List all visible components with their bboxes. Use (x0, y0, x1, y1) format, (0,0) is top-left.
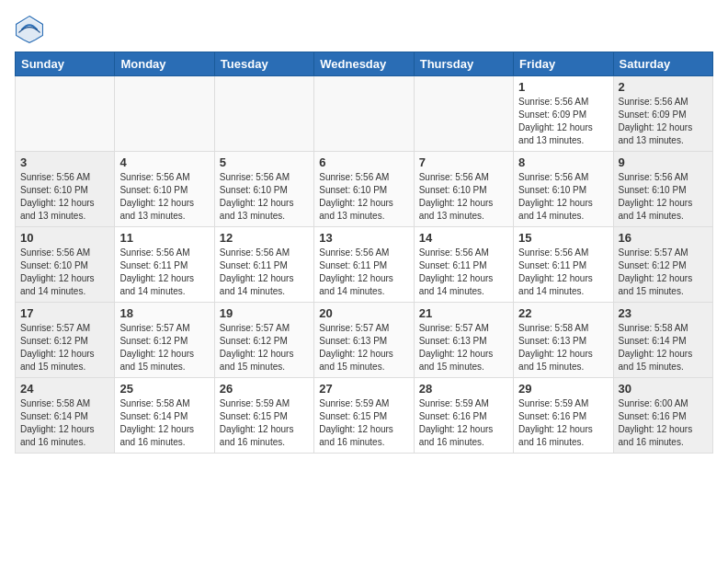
day-number: 29 (518, 382, 608, 396)
col-header-sunday: Sunday (16, 52, 115, 76)
calendar-cell: 22Sunrise: 5:58 AM Sunset: 6:13 PM Dayli… (514, 303, 613, 378)
calendar-cell: 9Sunrise: 5:56 AM Sunset: 6:10 PM Daylig… (613, 152, 712, 227)
calendar-cell: 2Sunrise: 5:56 AM Sunset: 6:09 PM Daylig… (613, 76, 712, 152)
day-number: 14 (419, 231, 508, 245)
calendar-cell: 27Sunrise: 5:59 AM Sunset: 6:15 PM Dayli… (314, 378, 414, 454)
day-info: Sunrise: 5:56 AM Sunset: 6:11 PM Dayligh… (119, 247, 209, 298)
day-number: 30 (619, 382, 708, 396)
day-number: 5 (220, 155, 309, 169)
calendar-cell: 14Sunrise: 5:56 AM Sunset: 6:11 PM Dayli… (414, 227, 513, 303)
day-info: Sunrise: 5:57 AM Sunset: 6:13 PM Dayligh… (319, 322, 408, 373)
col-header-friday: Friday (514, 52, 613, 76)
day-number: 13 (319, 231, 408, 245)
day-info: Sunrise: 5:57 AM Sunset: 6:12 PM Dayligh… (220, 322, 309, 373)
day-number: 20 (319, 306, 408, 320)
calendar-cell (16, 76, 115, 152)
col-header-monday: Monday (115, 52, 214, 76)
calendar-cell: 11Sunrise: 5:56 AM Sunset: 6:11 PM Dayli… (115, 227, 214, 303)
day-number: 7 (419, 155, 508, 169)
day-info: Sunrise: 5:56 AM Sunset: 6:10 PM Dayligh… (20, 247, 109, 298)
calendar-week-3: 10Sunrise: 5:56 AM Sunset: 6:10 PM Dayli… (16, 227, 713, 303)
day-number: 25 (119, 382, 209, 396)
calendar-cell: 21Sunrise: 5:57 AM Sunset: 6:13 PM Dayli… (414, 303, 513, 378)
day-info: Sunrise: 5:56 AM Sunset: 6:10 PM Dayligh… (518, 171, 608, 223)
day-number: 3 (20, 155, 109, 169)
page-header (15, 15, 713, 44)
calendar-cell (414, 76, 513, 152)
day-number: 1 (518, 80, 608, 94)
day-info: Sunrise: 5:56 AM Sunset: 6:10 PM Dayligh… (119, 171, 209, 223)
day-info: Sunrise: 5:56 AM Sunset: 6:10 PM Dayligh… (20, 171, 109, 223)
day-info: Sunrise: 5:58 AM Sunset: 6:14 PM Dayligh… (20, 397, 109, 449)
calendar-cell: 20Sunrise: 5:57 AM Sunset: 6:13 PM Dayli… (314, 303, 414, 378)
calendar-cell: 26Sunrise: 5:59 AM Sunset: 6:15 PM Dayli… (214, 378, 313, 454)
calendar-cell: 8Sunrise: 5:56 AM Sunset: 6:10 PM Daylig… (514, 152, 613, 227)
day-info: Sunrise: 5:56 AM Sunset: 6:10 PM Dayligh… (419, 171, 508, 223)
day-info: Sunrise: 5:59 AM Sunset: 6:15 PM Dayligh… (220, 397, 309, 449)
day-number: 11 (119, 231, 209, 245)
day-number: 15 (518, 231, 608, 245)
day-info: Sunrise: 5:59 AM Sunset: 6:15 PM Dayligh… (319, 397, 408, 449)
day-info: Sunrise: 5:59 AM Sunset: 6:16 PM Dayligh… (518, 397, 608, 449)
day-number: 6 (319, 155, 408, 169)
day-number: 23 (619, 306, 708, 320)
day-info: Sunrise: 5:57 AM Sunset: 6:12 PM Dayligh… (119, 322, 209, 373)
calendar-cell: 23Sunrise: 5:58 AM Sunset: 6:14 PM Dayli… (613, 303, 712, 378)
calendar-cell: 18Sunrise: 5:57 AM Sunset: 6:12 PM Dayli… (115, 303, 214, 378)
day-number: 24 (20, 382, 109, 396)
calendar-cell: 10Sunrise: 5:56 AM Sunset: 6:10 PM Dayli… (16, 227, 115, 303)
day-info: Sunrise: 5:56 AM Sunset: 6:10 PM Dayligh… (619, 171, 708, 223)
calendar-table: SundayMondayTuesdayWednesdayThursdayFrid… (15, 52, 713, 454)
day-info: Sunrise: 5:56 AM Sunset: 6:11 PM Dayligh… (518, 247, 608, 298)
logo (15, 15, 48, 44)
col-header-thursday: Thursday (414, 52, 513, 76)
day-info: Sunrise: 5:57 AM Sunset: 6:13 PM Dayligh… (419, 322, 508, 373)
col-header-tuesday: Tuesday (214, 52, 313, 76)
calendar-week-2: 3Sunrise: 5:56 AM Sunset: 6:10 PM Daylig… (16, 152, 713, 227)
logo-icon (15, 15, 44, 44)
calendar-week-4: 17Sunrise: 5:57 AM Sunset: 6:12 PM Dayli… (16, 303, 713, 378)
calendar-cell: 28Sunrise: 5:59 AM Sunset: 6:16 PM Dayli… (414, 378, 513, 454)
day-info: Sunrise: 5:56 AM Sunset: 6:10 PM Dayligh… (220, 171, 309, 223)
calendar-cell: 12Sunrise: 5:56 AM Sunset: 6:11 PM Dayli… (214, 227, 313, 303)
day-number: 22 (518, 306, 608, 320)
day-info: Sunrise: 5:56 AM Sunset: 6:11 PM Dayligh… (220, 247, 309, 298)
day-number: 16 (619, 231, 708, 245)
calendar-cell: 30Sunrise: 6:00 AM Sunset: 6:16 PM Dayli… (613, 378, 712, 454)
calendar-cell: 1Sunrise: 5:56 AM Sunset: 6:09 PM Daylig… (514, 76, 613, 152)
day-info: Sunrise: 5:56 AM Sunset: 6:11 PM Dayligh… (419, 247, 508, 298)
day-number: 4 (119, 155, 209, 169)
day-info: Sunrise: 6:00 AM Sunset: 6:16 PM Dayligh… (619, 397, 708, 449)
calendar-cell: 25Sunrise: 5:58 AM Sunset: 6:14 PM Dayli… (115, 378, 214, 454)
day-number: 21 (419, 306, 508, 320)
col-header-wednesday: Wednesday (314, 52, 414, 76)
day-number: 19 (220, 306, 309, 320)
day-number: 10 (20, 231, 109, 245)
calendar-cell: 29Sunrise: 5:59 AM Sunset: 6:16 PM Dayli… (514, 378, 613, 454)
day-number: 27 (319, 382, 408, 396)
day-info: Sunrise: 5:58 AM Sunset: 6:14 PM Dayligh… (119, 397, 209, 449)
calendar-cell (214, 76, 313, 152)
day-info: Sunrise: 5:56 AM Sunset: 6:09 PM Dayligh… (619, 96, 708, 147)
day-info: Sunrise: 5:58 AM Sunset: 6:14 PM Dayligh… (619, 322, 708, 373)
calendar-header-row: SundayMondayTuesdayWednesdayThursdayFrid… (16, 52, 713, 76)
calendar-cell: 19Sunrise: 5:57 AM Sunset: 6:12 PM Dayli… (214, 303, 313, 378)
day-info: Sunrise: 5:56 AM Sunset: 6:09 PM Dayligh… (518, 96, 608, 147)
calendar-cell (115, 76, 214, 152)
day-info: Sunrise: 5:59 AM Sunset: 6:16 PM Dayligh… (419, 397, 508, 449)
day-info: Sunrise: 5:56 AM Sunset: 6:10 PM Dayligh… (319, 171, 408, 223)
calendar-cell: 13Sunrise: 5:56 AM Sunset: 6:11 PM Dayli… (314, 227, 414, 303)
day-info: Sunrise: 5:57 AM Sunset: 6:12 PM Dayligh… (619, 247, 708, 298)
day-info: Sunrise: 5:57 AM Sunset: 6:12 PM Dayligh… (20, 322, 109, 373)
calendar-week-1: 1Sunrise: 5:56 AM Sunset: 6:09 PM Daylig… (16, 76, 713, 152)
day-number: 28 (419, 382, 508, 396)
day-info: Sunrise: 5:56 AM Sunset: 6:11 PM Dayligh… (319, 247, 408, 298)
calendar-cell: 6Sunrise: 5:56 AM Sunset: 6:10 PM Daylig… (314, 152, 414, 227)
calendar-week-5: 24Sunrise: 5:58 AM Sunset: 6:14 PM Dayli… (16, 378, 713, 454)
calendar-cell (314, 76, 414, 152)
calendar-cell: 16Sunrise: 5:57 AM Sunset: 6:12 PM Dayli… (613, 227, 712, 303)
day-number: 8 (518, 155, 608, 169)
day-number: 26 (220, 382, 309, 396)
day-number: 2 (619, 80, 708, 94)
calendar-cell: 7Sunrise: 5:56 AM Sunset: 6:10 PM Daylig… (414, 152, 513, 227)
